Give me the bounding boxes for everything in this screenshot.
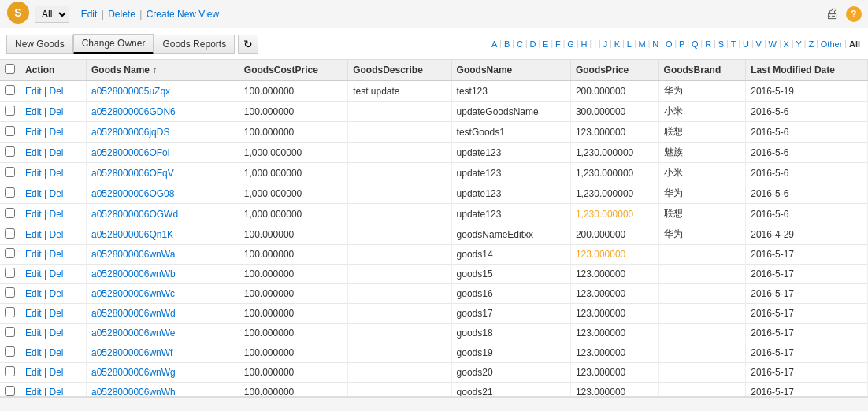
row-checkbox[interactable] bbox=[5, 106, 15, 116]
del-link-row[interactable]: Del bbox=[49, 188, 63, 199]
bottom-scrollbar[interactable] bbox=[0, 397, 868, 411]
refresh-button[interactable]: ↻ bbox=[238, 35, 258, 54]
alpha-link-k[interactable]: K bbox=[613, 39, 621, 49]
row-checkbox[interactable] bbox=[5, 327, 15, 337]
alpha-link-p[interactable]: P bbox=[677, 39, 686, 49]
edit-link-row[interactable]: Edit bbox=[25, 328, 42, 339]
alpha-link-i[interactable]: I bbox=[592, 39, 598, 49]
change-owner-button[interactable]: Change Owner bbox=[73, 34, 154, 54]
del-link-row[interactable]: Del bbox=[49, 147, 63, 158]
del-link-row[interactable]: Del bbox=[49, 229, 63, 240]
alpha-link-b[interactable]: B bbox=[503, 39, 511, 49]
table-header-0[interactable]: Action bbox=[20, 60, 87, 81]
alpha-link-j[interactable]: J bbox=[602, 39, 610, 49]
view-select[interactable]: All bbox=[35, 6, 69, 23]
create-new-view-link[interactable]: Create New View bbox=[147, 9, 219, 20]
del-link-row[interactable]: Del bbox=[49, 249, 63, 260]
edit-link-row[interactable]: Edit bbox=[25, 209, 42, 220]
delete-link[interactable]: Delete bbox=[108, 9, 135, 20]
row-checkbox[interactable] bbox=[5, 248, 15, 258]
edit-link[interactable]: Edit bbox=[81, 9, 98, 20]
goods-name-link[interactable]: a0528000006OFoi bbox=[91, 147, 169, 158]
row-checkbox[interactable] bbox=[5, 366, 15, 376]
del-link-row[interactable]: Del bbox=[49, 168, 63, 179]
alpha-link-x[interactable]: X bbox=[782, 39, 791, 49]
goods-name-link[interactable]: a0528000006wnWg bbox=[91, 367, 176, 378]
alpha-link-o[interactable]: O bbox=[664, 39, 674, 49]
del-link-row[interactable]: Del bbox=[49, 209, 63, 220]
row-checkbox[interactable] bbox=[5, 126, 15, 136]
alpha-link-d[interactable]: D bbox=[528, 39, 537, 49]
alpha-link-f[interactable]: F bbox=[554, 39, 562, 49]
goods-name-link[interactable]: a0528000006wnWa bbox=[91, 249, 175, 260]
alpha-link-l[interactable]: L bbox=[625, 39, 633, 49]
row-checkbox[interactable] bbox=[5, 287, 15, 298]
edit-link-row[interactable]: Edit bbox=[25, 347, 42, 358]
alpha-link-a[interactable]: A bbox=[490, 39, 499, 49]
row-checkbox[interactable] bbox=[5, 167, 15, 177]
del-link-row[interactable]: Del bbox=[49, 86, 63, 97]
del-link-row[interactable]: Del bbox=[49, 308, 63, 319]
select-all-checkbox[interactable] bbox=[5, 64, 15, 74]
edit-link-row[interactable]: Edit bbox=[25, 229, 42, 240]
del-link-row[interactable]: Del bbox=[49, 127, 63, 138]
row-checkbox[interactable] bbox=[5, 307, 15, 317]
alpha-link-v[interactable]: V bbox=[755, 39, 763, 49]
goods-name-link[interactable]: a0528000006OGWd bbox=[91, 209, 178, 220]
row-checkbox[interactable] bbox=[5, 228, 15, 239]
alpha-link-h[interactable]: H bbox=[580, 39, 589, 49]
edit-link-row[interactable]: Edit bbox=[25, 127, 42, 138]
alpha-link-all[interactable]: All bbox=[848, 39, 862, 49]
del-link-row[interactable]: Del bbox=[49, 268, 63, 280]
alpha-link-z[interactable]: Z bbox=[807, 39, 815, 49]
edit-link-row[interactable]: Edit bbox=[25, 147, 42, 158]
alpha-link-m[interactable]: M bbox=[637, 39, 647, 49]
del-link-row[interactable]: Del bbox=[49, 387, 63, 397]
edit-link-row[interactable]: Edit bbox=[25, 249, 42, 260]
alpha-link-r[interactable]: R bbox=[703, 39, 713, 49]
print-icon[interactable]: 🖨 bbox=[825, 6, 840, 22]
row-checkbox[interactable] bbox=[5, 346, 15, 357]
goods-name-link[interactable]: a0528000005uZqx bbox=[91, 86, 170, 97]
alpha-link-t[interactable]: T bbox=[729, 39, 738, 49]
goods-name-link[interactable]: a0528000006wnWh bbox=[91, 387, 176, 397]
goods-name-link[interactable]: a0528000006wnWc bbox=[91, 288, 175, 299]
del-link-row[interactable]: Del bbox=[49, 288, 63, 299]
edit-link-row[interactable]: Edit bbox=[25, 86, 42, 97]
row-checkbox[interactable] bbox=[5, 386, 15, 396]
goods-reports-button[interactable]: Goods Reports bbox=[154, 35, 235, 54]
edit-link-row[interactable]: Edit bbox=[25, 308, 42, 319]
alpha-link-c[interactable]: C bbox=[515, 39, 525, 49]
row-checkbox[interactable] bbox=[5, 187, 15, 198]
goods-name-link[interactable]: a0528000006jqDS bbox=[91, 127, 169, 138]
del-link-row[interactable]: Del bbox=[49, 367, 63, 378]
edit-link-row[interactable]: Edit bbox=[25, 387, 42, 397]
help-icon[interactable]: ? bbox=[846, 6, 862, 22]
row-checkbox[interactable] bbox=[5, 146, 15, 157]
del-link-row[interactable]: Del bbox=[49, 347, 63, 358]
goods-name-link[interactable]: a0528000006OFqV bbox=[91, 168, 174, 179]
new-goods-button[interactable]: New Goods bbox=[6, 35, 73, 54]
alpha-link-s[interactable]: S bbox=[717, 39, 725, 49]
edit-link-row[interactable]: Edit bbox=[25, 188, 42, 199]
goods-name-link[interactable]: a0528000006wnWb bbox=[91, 268, 176, 280]
edit-link-row[interactable]: Edit bbox=[25, 106, 42, 117]
goods-name-link[interactable]: a0528000006wnWf bbox=[91, 347, 172, 358]
table-header-1[interactable]: Goods Name ↑ bbox=[87, 60, 239, 81]
row-checkbox[interactable] bbox=[5, 208, 15, 218]
alpha-link-n[interactable]: N bbox=[651, 39, 660, 49]
goods-name-link[interactable]: a0528000006Qn1K bbox=[91, 229, 173, 240]
edit-link-row[interactable]: Edit bbox=[25, 367, 42, 378]
alpha-link-e[interactable]: E bbox=[541, 39, 550, 49]
row-checkbox[interactable] bbox=[5, 268, 15, 278]
alpha-link-y[interactable]: Y bbox=[795, 39, 803, 49]
alpha-link-g[interactable]: G bbox=[566, 39, 576, 49]
edit-link-row[interactable]: Edit bbox=[25, 288, 42, 299]
row-checkbox[interactable] bbox=[5, 85, 15, 95]
del-link-row[interactable]: Del bbox=[49, 106, 63, 117]
goods-name-link[interactable]: a0528000006wnWd bbox=[91, 308, 176, 319]
goods-name-link[interactable]: a0528000006OG08 bbox=[91, 188, 174, 199]
edit-link-row[interactable]: Edit bbox=[25, 168, 42, 179]
alpha-link-other[interactable]: Other bbox=[819, 39, 844, 49]
table-container[interactable]: ActionGoods Name ↑GoodsCostPriceGoodsDes… bbox=[0, 60, 868, 397]
